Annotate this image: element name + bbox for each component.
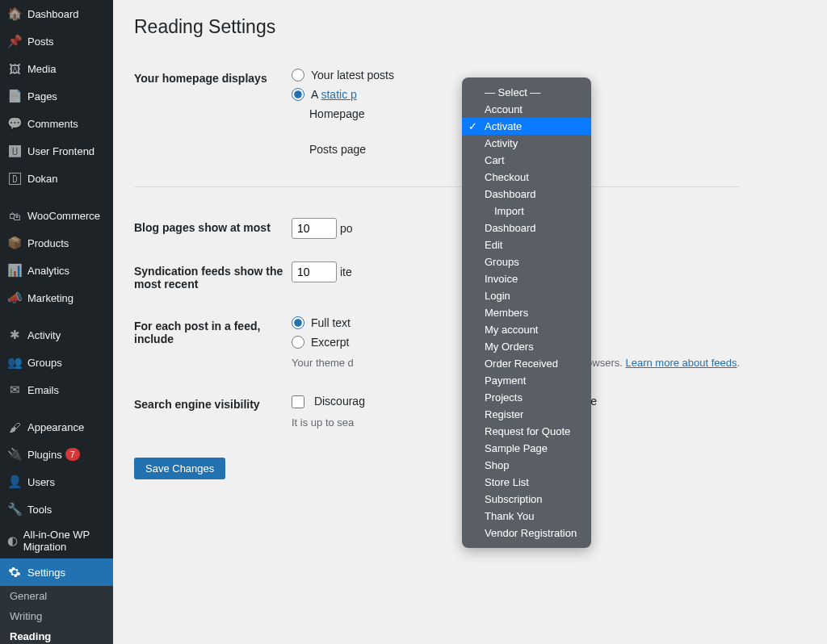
- media-icon: 🖼: [6, 61, 23, 77]
- syndication-input[interactable]: [292, 261, 337, 282]
- groups-icon: 👥: [6, 354, 23, 370]
- dropdown-option-members[interactable]: Members: [462, 304, 591, 321]
- sidebar-item-activity[interactable]: ✱Activity: [0, 321, 113, 349]
- dropdown-option-order-received[interactable]: Order Received: [462, 355, 591, 372]
- sidebar-item-label: Activity: [27, 329, 61, 341]
- dashboard-icon: 🏠: [6, 6, 23, 22]
- sidebar-item-label: Appearance: [27, 421, 84, 433]
- sidebar-item-woocommerce[interactable]: 🛍WooCommerce: [0, 202, 113, 229]
- settings-sub-reading[interactable]: Reading: [0, 626, 113, 644]
- tools-icon: 🔧: [6, 501, 23, 517]
- sidebar-item-label: Users: [27, 476, 55, 488]
- dropdown-option-groups[interactable]: Groups: [462, 253, 591, 270]
- posts-icon: 📌: [6, 33, 23, 49]
- user-icon: 🆄: [6, 143, 23, 159]
- dropdown-option-subscription[interactable]: Subscription: [462, 491, 591, 508]
- sidebar-item-label: All-in-One WP Migration: [23, 529, 107, 553]
- dropdown-option-request-for-quote[interactable]: Request for Quote: [462, 423, 591, 440]
- sidebar-item-comments[interactable]: 💬Comments: [0, 110, 113, 137]
- sidebar-item-label: Tools: [27, 504, 52, 516]
- dropdown-option-vendor-registration[interactable]: Vendor Registration: [462, 525, 591, 542]
- static-page-link[interactable]: static p: [321, 88, 356, 101]
- sidebar-item-label: User Frontend: [27, 145, 94, 157]
- sidebar-item-label: Products: [27, 237, 69, 249]
- dokan-icon: 🄳: [6, 170, 23, 186]
- sidebar-item-plugins[interactable]: 🔌Plugins7: [0, 441, 113, 468]
- save-button[interactable]: Save Changes: [134, 458, 225, 479]
- all-in-one-icon: ◐: [6, 533, 19, 549]
- dropdown-option-activate[interactable]: Activate: [462, 118, 591, 135]
- sidebar-item-marketing[interactable]: 📣Marketing: [0, 284, 113, 312]
- plugins-icon: 🔌: [6, 446, 23, 462]
- sidebar-item-label: Comments: [27, 118, 78, 130]
- dropdown-option-invoice[interactable]: Invoice: [462, 270, 591, 287]
- settings-sub-general[interactable]: General: [0, 586, 113, 606]
- dropdown-option-my-account[interactable]: My account: [462, 321, 591, 338]
- analytics-icon: 📊: [6, 262, 23, 278]
- sidebar-item-tools[interactable]: 🔧Tools: [0, 496, 113, 523]
- blog-pages-input[interactable]: [292, 218, 337, 239]
- emails-icon: ✉: [6, 382, 23, 398]
- page-select-dropdown[interactable]: — Select —AccountActivateActivityCartChe…: [462, 77, 591, 548]
- dropdown-option-cart[interactable]: Cart: [462, 152, 591, 169]
- sidebar-item-label: Marketing: [27, 292, 73, 304]
- dropdown-option-shop[interactable]: Shop: [462, 457, 591, 474]
- dropdown-option-checkout[interactable]: Checkout: [462, 169, 591, 186]
- sidebar-item-emails[interactable]: ✉Emails: [0, 376, 113, 404]
- sidebar-item-label: Plugins: [27, 449, 62, 461]
- sidebar-item-pages[interactable]: 📄Pages: [0, 82, 113, 110]
- learn-feeds-link[interactable]: Learn more about feeds: [625, 357, 737, 369]
- radio-latest-posts[interactable]: [292, 69, 304, 82]
- dropdown-option-payment[interactable]: Payment: [462, 372, 591, 389]
- sidebar-item-posts[interactable]: 📌Posts: [0, 27, 113, 55]
- marketing-icon: 📣: [6, 290, 23, 306]
- dropdown-option--select-[interactable]: — Select —: [462, 84, 591, 101]
- sidebar-item-label: Dokan: [27, 173, 58, 185]
- products-icon: 📦: [6, 235, 23, 251]
- dropdown-option-thank-you[interactable]: Thank You: [462, 508, 591, 525]
- sidebar-item-all-in-one-wp-migration[interactable]: ◐All-in-One WP Migration: [0, 523, 113, 558]
- dropdown-option-sample-page[interactable]: Sample Page: [462, 440, 591, 457]
- sidebar-item-user-frontend[interactable]: 🆄User Frontend: [0, 137, 113, 165]
- sidebar-item-dashboard[interactable]: 🏠Dashboard: [0, 0, 113, 27]
- dropdown-option-activity[interactable]: Activity: [462, 135, 591, 152]
- dropdown-option-register[interactable]: Register: [462, 406, 591, 423]
- update-badge: 7: [65, 448, 80, 461]
- sidebar-item-dokan[interactable]: 🄳Dokan: [0, 165, 113, 192]
- comments-icon: 💬: [6, 115, 23, 132]
- activity-icon: ✱: [6, 327, 23, 343]
- dropdown-option-account[interactable]: Account: [462, 101, 591, 118]
- dropdown-option-store-list[interactable]: Store List: [462, 474, 591, 491]
- dropdown-option-dashboard[interactable]: Dashboard: [462, 220, 591, 236]
- homepage-select-label: Homepage: [309, 107, 380, 120]
- sidebar-item-users[interactable]: 👤Users: [0, 468, 113, 496]
- search-visibility-label: Search engine visibility: [134, 383, 292, 443]
- sidebar-item-analytics[interactable]: 📊Analytics: [0, 257, 113, 284]
- radio-full-text[interactable]: [292, 316, 304, 329]
- radio-excerpt[interactable]: [292, 336, 304, 349]
- dropdown-option-edit[interactable]: Edit: [462, 236, 591, 253]
- dropdown-option-import[interactable]: Import: [462, 203, 591, 220]
- dropdown-option-login[interactable]: Login: [462, 287, 591, 304]
- radio-static-page[interactable]: [292, 88, 304, 101]
- admin-sidebar: 🏠Dashboard📌Posts🖼Media📄Pages💬Comments🆄Us…: [0, 0, 113, 644]
- woocommerce-icon: 🛍: [6, 207, 23, 224]
- settings-sub-writing[interactable]: Writing: [0, 606, 113, 626]
- syndication-label: Syndication feeds show the most recent: [134, 250, 292, 305]
- sidebar-item-media[interactable]: 🖼Media: [0, 55, 113, 82]
- sidebar-item-label: Emails: [27, 384, 59, 396]
- sidebar-item-label: Posts: [27, 36, 54, 48]
- dropdown-option-dashboard[interactable]: Dashboard: [462, 186, 591, 203]
- sidebar-item-products[interactable]: 📦Products: [0, 229, 113, 257]
- discourage-checkbox[interactable]: [292, 395, 304, 408]
- sidebar-item-label: Media: [27, 63, 56, 75]
- sidebar-item-appearance[interactable]: 🖌Appearance: [0, 413, 113, 441]
- sidebar-item-label: Analytics: [27, 265, 69, 277]
- dropdown-option-my-orders[interactable]: My Orders: [462, 338, 591, 355]
- sidebar-item-label: Groups: [27, 357, 62, 369]
- homepage-displays-label: Your homepage displays: [134, 57, 292, 167]
- sidebar-item-settings[interactable]: Settings: [0, 558, 113, 586]
- sidebar-item-groups[interactable]: 👥Groups: [0, 349, 113, 376]
- dropdown-option-projects[interactable]: Projects: [462, 389, 591, 406]
- sidebar-item-label: Settings: [27, 567, 65, 579]
